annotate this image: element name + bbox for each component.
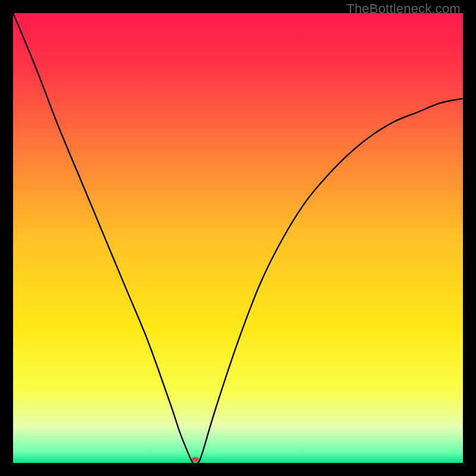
minimum-marker <box>192 457 199 462</box>
chart-background <box>13 13 463 463</box>
chart-frame: TheBottleneck.com <box>0 0 476 476</box>
bottleneck-chart <box>13 13 463 463</box>
watermark-text: TheBottleneck.com <box>346 1 461 17</box>
